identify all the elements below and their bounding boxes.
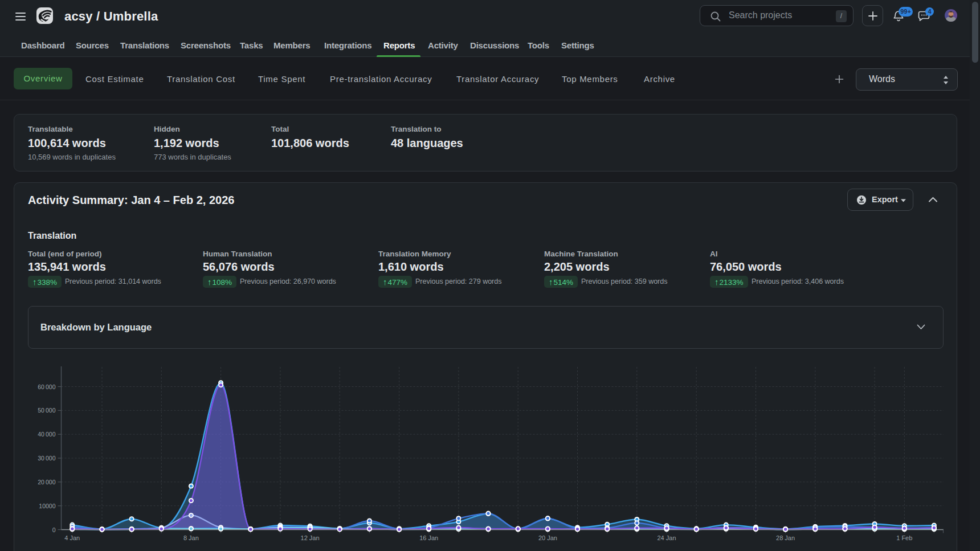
svg-text:28 Jan: 28 Jan xyxy=(776,534,795,541)
svg-text:8 Jan: 8 Jan xyxy=(183,534,199,541)
svg-text:12 Jan: 12 Jan xyxy=(301,534,320,541)
svg-text:60 000: 60 000 xyxy=(38,383,55,390)
svg-text:4 Jan: 4 Jan xyxy=(64,534,80,541)
svg-text:20 Jan: 20 Jan xyxy=(538,534,557,541)
svg-text:30 000: 30 000 xyxy=(38,455,55,462)
svg-text:20 000: 20 000 xyxy=(38,479,55,485)
svg-text:50 000: 50 000 xyxy=(38,407,55,414)
svg-text:16 Jan: 16 Jan xyxy=(419,534,438,541)
svg-text:10000: 10000 xyxy=(39,503,55,509)
svg-text:0: 0 xyxy=(52,526,56,533)
svg-text:24 Jan: 24 Jan xyxy=(657,534,676,541)
svg-text:1 Feb: 1 Feb xyxy=(896,534,912,541)
svg-text:40 000: 40 000 xyxy=(38,431,55,438)
